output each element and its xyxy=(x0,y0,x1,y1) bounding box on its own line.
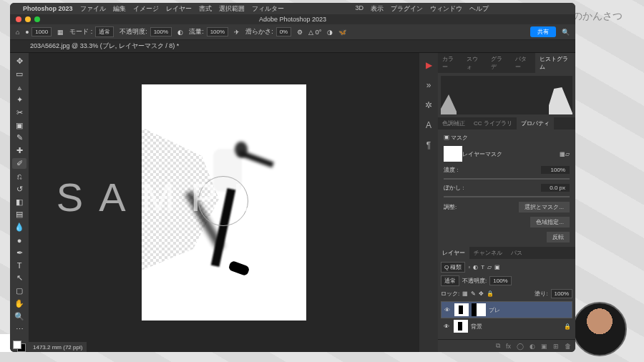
adjust-icon[interactable]: ✲ xyxy=(425,100,432,110)
invert-button[interactable]: 反転 xyxy=(547,232,570,243)
flow-input[interactable]: 100% xyxy=(207,27,228,36)
delete-icon[interactable]: 🗑 xyxy=(565,343,571,350)
eraser-tool[interactable]: ◧ xyxy=(12,196,26,207)
dodge-tool[interactable]: ● xyxy=(12,235,26,246)
tab-gradient[interactable]: グラデ xyxy=(487,53,511,73)
edit-toolbar[interactable]: ⋯ xyxy=(12,323,26,335)
close-icon[interactable] xyxy=(16,16,21,22)
hand-tool[interactable]: ✋ xyxy=(12,298,26,310)
airbrush-icon[interactable]: ✈ xyxy=(234,29,240,36)
tab-histogram[interactable]: ヒストグラム xyxy=(535,53,575,73)
wand-tool[interactable]: ✦ xyxy=(12,94,26,105)
color-swatches[interactable] xyxy=(13,341,26,352)
layer-row-1[interactable]: 👁 ブレ xyxy=(441,301,572,318)
menu-view[interactable]: 表示 xyxy=(371,4,384,14)
pressure-size-icon[interactable]: ◑ xyxy=(327,29,333,36)
filter-type-icon[interactable]: T xyxy=(481,264,484,270)
tab-channels[interactable]: チャンネル xyxy=(469,247,507,259)
gradient-tool[interactable]: ▤ xyxy=(12,209,26,220)
menu-select[interactable]: 選択範囲 xyxy=(219,4,245,14)
layer-filter-select[interactable]: Q 種類 xyxy=(441,262,465,273)
zoom-tool[interactable]: 🔍 xyxy=(12,311,26,323)
tab-paths[interactable]: パス xyxy=(507,247,527,259)
menu-image[interactable]: イメージ xyxy=(133,4,159,14)
filter-shape-icon[interactable]: ▱ xyxy=(487,264,492,270)
menu-window[interactable]: ウィンドウ xyxy=(430,4,462,14)
tab-layers[interactable]: レイヤー xyxy=(438,247,469,259)
menu-3d[interactable]: 3D xyxy=(356,4,364,14)
lock-all-icon[interactable]: 🔒 xyxy=(487,290,494,297)
select-and-mask-button[interactable]: 選択とマスク... xyxy=(519,202,570,212)
tab-cc-library[interactable]: CC ライブラリ xyxy=(469,117,517,129)
para-icon[interactable]: ¶ xyxy=(426,140,431,150)
filter-adjust-icon[interactable]: ◐ xyxy=(473,264,478,270)
path-tool[interactable]: ↖ xyxy=(12,273,26,284)
pen-tool[interactable]: ✒ xyxy=(12,247,26,258)
canvas-area[interactable]: SAMPLE 1473.2 mm (72 ppi) xyxy=(29,53,419,352)
brush-size[interactable]: 1000 xyxy=(31,27,52,36)
opacity-input[interactable]: 100% xyxy=(150,27,172,36)
brush-tool[interactable]: ✐ xyxy=(12,158,26,170)
menu-file[interactable]: ファイル xyxy=(80,4,106,14)
density-input[interactable]: 100% xyxy=(541,166,570,174)
blur-tool[interactable]: 💧 xyxy=(12,222,26,233)
history-brush-tool[interactable]: ↺ xyxy=(12,183,26,195)
lasso-tool[interactable]: ⟁ xyxy=(12,82,26,93)
pixel-mask-icon[interactable]: ▦ xyxy=(560,151,565,157)
fill-input[interactable]: 100% xyxy=(551,289,572,298)
menu-edit[interactable]: 編集 xyxy=(113,4,126,14)
color-range-button[interactable]: 色域指定... xyxy=(530,217,570,228)
menu-layer[interactable]: レイヤー xyxy=(166,4,192,14)
frame-tool[interactable]: ▣ xyxy=(12,119,26,131)
pressure-opacity-icon[interactable]: ◐ xyxy=(177,29,183,36)
layer-row-2[interactable]: 👁 背景 🔒 xyxy=(441,318,572,334)
tab-pattern[interactable]: パター xyxy=(511,53,535,73)
move-tool[interactable]: ✥ xyxy=(12,56,26,67)
char-icon[interactable]: A xyxy=(426,120,431,130)
filter-smart-icon[interactable]: ▣ xyxy=(494,264,500,270)
link-icon[interactable]: ⧉ xyxy=(496,342,500,350)
type-tool[interactable]: T xyxy=(12,260,26,271)
mask-icon[interactable]: ◯ xyxy=(517,343,524,350)
home-icon[interactable]: ⌂ xyxy=(16,29,19,36)
stamp-tool[interactable]: ⎌ xyxy=(12,170,26,182)
new-layer-icon[interactable]: ⊞ xyxy=(553,343,559,350)
vector-mask-icon[interactable]: ▱ xyxy=(565,151,570,157)
tab-swatch[interactable]: スウォ xyxy=(462,53,487,73)
shape-tool[interactable]: ▢ xyxy=(12,285,26,297)
lock-position-icon[interactable]: ✥ xyxy=(479,290,484,297)
lock-pixels-icon[interactable]: ✎ xyxy=(471,290,476,297)
blend-mode-select[interactable]: 通常 xyxy=(95,26,114,37)
crop-tool[interactable]: ✂ xyxy=(12,107,26,118)
filter-pixel-icon[interactable]: ▫ xyxy=(468,264,470,270)
layer-opacity-input[interactable]: 100% xyxy=(489,276,511,285)
adjustment-icon[interactable]: ◐ xyxy=(530,343,535,350)
share-button[interactable]: 共有 xyxy=(530,26,556,37)
expand-icon[interactable]: » xyxy=(426,80,431,90)
fx-icon[interactable]: fx xyxy=(506,343,511,350)
eyedropper-tool[interactable]: ✎ xyxy=(12,132,26,144)
lock-transparency-icon[interactable]: ▦ xyxy=(462,290,468,297)
gear-icon[interactable]: ⚙ xyxy=(297,29,303,36)
document-tab[interactable]: 203A5662.jpg @ 33.3% (ブレ, レイヤーマスク / 8) * xyxy=(30,41,179,51)
visibility-icon[interactable]: 👁 xyxy=(442,323,451,330)
smooth-input[interactable]: 0% xyxy=(276,27,292,36)
blend-mode-layer[interactable]: 通常 xyxy=(441,275,459,286)
visibility-icon[interactable]: 👁 xyxy=(443,307,452,313)
menu-filter[interactable]: フィルター xyxy=(252,4,284,14)
menu-plugin[interactable]: プラグイン xyxy=(391,4,423,14)
menu-help[interactable]: ヘルプ xyxy=(469,4,489,14)
search-icon[interactable]: 🔍 xyxy=(562,29,570,36)
menu-type[interactable]: 書式 xyxy=(199,4,212,14)
tab-adjustments[interactable]: 色調補正 xyxy=(438,117,469,129)
marquee-tool[interactable]: ▭ xyxy=(12,69,26,80)
feather-input[interactable]: 0.0 px xyxy=(541,184,570,192)
play-icon[interactable]: ▶ xyxy=(426,60,432,70)
minimize-icon[interactable] xyxy=(25,16,31,22)
heal-tool[interactable]: ✚ xyxy=(12,145,26,157)
tab-properties[interactable]: プロパティ xyxy=(517,117,554,129)
group-icon[interactable]: ▣ xyxy=(541,343,547,350)
tab-color[interactable]: カラー xyxy=(438,53,462,73)
zoom-icon[interactable] xyxy=(34,16,40,22)
angle-icon[interactable]: △ 0° xyxy=(308,29,321,36)
